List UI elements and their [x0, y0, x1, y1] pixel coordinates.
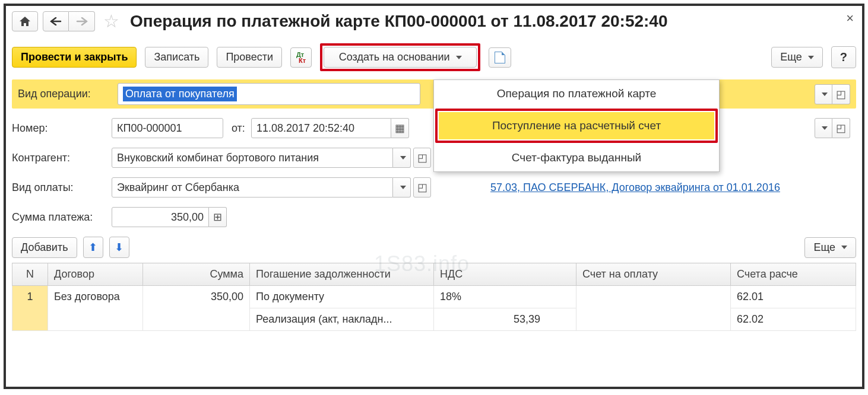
- table-more-button[interactable]: Еще: [804, 237, 856, 258]
- col-invoice[interactable]: Счет на оплату: [576, 263, 731, 286]
- post-button[interactable]: Провести: [217, 47, 282, 68]
- home-button[interactable]: [12, 11, 38, 31]
- more-button[interactable]: Еще: [771, 47, 823, 68]
- number-label: Номер:: [12, 122, 112, 135]
- dropdown-chevron-icon[interactable]: [815, 118, 832, 138]
- chevron-down-icon: [841, 246, 847, 249]
- calculator-icon[interactable]: ⊞: [209, 207, 227, 227]
- col-accounts[interactable]: Счета расче: [731, 263, 856, 286]
- back-button[interactable]: [43, 11, 69, 31]
- calendar-icon[interactable]: ▦: [391, 118, 409, 138]
- number-value: КП00-000001: [117, 122, 182, 135]
- number-field[interactable]: КП00-000001: [112, 118, 223, 138]
- chevron-down-icon: [808, 56, 814, 59]
- amount-field[interactable]: 350,00: [112, 207, 209, 227]
- menu-item-card-operation[interactable]: Операция по платежной карте: [434, 80, 719, 107]
- amount-label: Сумма платежа:: [12, 211, 112, 224]
- move-up-button[interactable]: ⬆: [83, 237, 103, 258]
- cell-invoice[interactable]: [576, 286, 731, 331]
- date-label: от:: [232, 122, 245, 135]
- create-based-on-menu: Операция по платежной карте Поступление …: [433, 79, 720, 172]
- open-ref-icon[interactable]: ◰: [832, 118, 850, 138]
- post-and-close-button[interactable]: Провести и закрыть: [12, 47, 137, 68]
- table-row[interactable]: 1 Без договора 350,00 По документу 18% 6…: [12, 286, 856, 308]
- help-button[interactable]: ?: [831, 46, 856, 68]
- op-type-label: Вид операции:: [18, 88, 118, 100]
- dropdown-chevron-icon[interactable]: [393, 177, 411, 198]
- menu-item-invoice[interactable]: Счет-фактура выданный: [434, 144, 719, 171]
- counterparty-label: Контрагент:: [12, 152, 112, 164]
- cell-acc1[interactable]: 62.01: [731, 286, 856, 308]
- cell-repayment2[interactable]: Реализация (акт, накладн...: [250, 308, 434, 331]
- col-n[interactable]: N: [12, 263, 48, 286]
- cell-n: 1: [12, 286, 48, 331]
- favorite-star-icon[interactable]: ☆: [100, 11, 123, 31]
- payments-table: N Договор Сумма Погашение задолженности …: [12, 263, 856, 331]
- dropdown-chevron-icon[interactable]: [393, 148, 411, 168]
- cell-repayment1[interactable]: По документу: [250, 286, 434, 308]
- table-more-label: Еще: [813, 241, 835, 254]
- col-vat[interactable]: НДС: [434, 263, 576, 286]
- page-title: Операция по платежной карте КП00-000001 …: [130, 12, 668, 31]
- cell-vat1[interactable]: 18%: [434, 286, 576, 308]
- create-based-on-label: Создать на основании: [339, 51, 450, 63]
- dtkt-button[interactable]: ДтКт: [290, 47, 312, 68]
- payment-type-field[interactable]: Эквайринг от Сбербанка: [112, 177, 393, 198]
- menu-item-receipt-highlight: Поступление на расчетный счет: [435, 109, 718, 143]
- col-contract[interactable]: Договор: [48, 263, 143, 286]
- dropdown-chevron-icon[interactable]: [815, 84, 832, 104]
- close-icon[interactable]: ×: [846, 11, 854, 26]
- create-based-on-highlight: Создать на основании: [320, 43, 480, 71]
- menu-item-receipt[interactable]: Поступление на расчетный счет: [439, 112, 714, 139]
- date-field[interactable]: 11.08.2017 20:52:40: [251, 118, 391, 138]
- add-row-button[interactable]: Добавить: [12, 237, 77, 258]
- open-ref-icon[interactable]: ◰: [413, 177, 431, 198]
- cell-sum[interactable]: 350,00: [143, 286, 250, 331]
- payment-type-value: Эквайринг от Сбербанка: [117, 181, 239, 194]
- op-type-value: Оплата от покупателя: [123, 87, 237, 101]
- forward-button: [69, 11, 95, 31]
- move-down-button[interactable]: ⬇: [109, 237, 129, 258]
- op-type-field[interactable]: Оплата от покупателя: [118, 83, 420, 105]
- save-button[interactable]: Записать: [145, 47, 208, 68]
- col-repayment[interactable]: Погашение задолженности: [250, 263, 434, 286]
- open-ref-icon[interactable]: ◰: [832, 84, 850, 104]
- bank-link[interactable]: 57.03, ПАО СБЕРБАНК, Договор эквайринга …: [490, 181, 780, 194]
- cell-contract[interactable]: Без договора: [48, 286, 143, 331]
- document-icon-button[interactable]: [489, 47, 511, 68]
- document-icon: [495, 52, 505, 63]
- cell-vat2[interactable]: 53,39: [434, 308, 576, 331]
- counterparty-field[interactable]: Внуковский комбинат бортового питания: [112, 148, 393, 168]
- col-sum[interactable]: Сумма: [143, 263, 250, 286]
- amount-value: 350,00: [171, 211, 204, 224]
- date-value: 11.08.2017 20:52:40: [256, 122, 354, 135]
- counterparty-value: Внуковский комбинат бортового питания: [117, 152, 319, 164]
- cell-acc2[interactable]: 62.02: [731, 308, 856, 331]
- payment-type-label: Вид оплаты:: [12, 181, 112, 194]
- open-ref-icon[interactable]: ◰: [413, 148, 431, 168]
- chevron-down-icon: [456, 56, 462, 59]
- more-label: Еще: [780, 51, 802, 63]
- create-based-on-button[interactable]: Создать на основании: [324, 47, 477, 68]
